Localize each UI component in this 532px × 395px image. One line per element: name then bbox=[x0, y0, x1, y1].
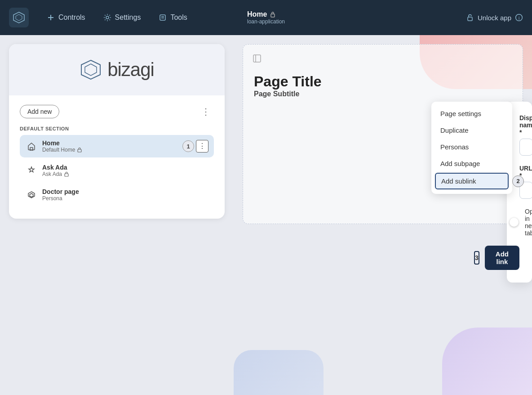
bizagi-logo-icon bbox=[80, 58, 102, 81]
nav-center: Home loan-application bbox=[247, 10, 285, 25]
svg-marker-13 bbox=[85, 64, 97, 76]
gear-icon bbox=[103, 13, 111, 22]
dropdown-add-subpage[interactable]: Add subpage bbox=[431, 155, 512, 172]
home-item-text: Home Default Home bbox=[42, 139, 182, 153]
logo-icon bbox=[13, 11, 25, 24]
info-icon: i bbox=[515, 13, 523, 22]
dropdown-menu: Page settings Duplicate Personas Add sub… bbox=[431, 102, 512, 194]
lock-icon bbox=[270, 11, 276, 18]
add-new-button[interactable]: Add new bbox=[20, 105, 59, 118]
section-label: DEFAULT SECTION bbox=[20, 126, 214, 131]
panel-card: bizagi Add new ⋮ DEFAULT SECTION Home bbox=[9, 44, 225, 219]
lock-ada-icon bbox=[64, 171, 69, 177]
plus-icon bbox=[47, 13, 55, 22]
svg-marker-1 bbox=[16, 14, 22, 21]
doctor-page-item-name: Doctor page bbox=[42, 188, 208, 195]
svg-point-4 bbox=[106, 16, 109, 19]
ask-ada-item-name: Ask Ada bbox=[42, 164, 208, 171]
nav-tools[interactable]: Tools bbox=[151, 10, 194, 25]
svg-rect-8 bbox=[271, 14, 275, 17]
page-title-area: Page Title Page Subtitle bbox=[254, 55, 512, 98]
dropdown-personas[interactable]: Personas bbox=[431, 139, 512, 155]
left-panel: bizagi Add new ⋮ DEFAULT SECTION Home bbox=[0, 35, 234, 395]
panel-logo-area: bizagi bbox=[9, 44, 225, 95]
bizagi-wordmark: bizagi bbox=[107, 59, 154, 81]
sidebar-item-home[interactable]: Home Default Home 1 ⋮ bbox=[20, 135, 214, 157]
ask-ada-item-text: Ask Ada Ask Ada bbox=[42, 164, 208, 177]
svg-rect-19 bbox=[253, 55, 261, 62]
svg-rect-5 bbox=[160, 15, 165, 20]
ask-ada-icon bbox=[25, 164, 38, 177]
sidebar-item-doctor-page[interactable]: Doctor page Persona bbox=[20, 184, 214, 206]
dropdown-add-sublink[interactable]: Add sublink 2 bbox=[435, 173, 509, 189]
svg-rect-14 bbox=[30, 148, 33, 151]
step-3-badge: 3 bbox=[474, 251, 479, 265]
tools-label: Tools bbox=[170, 13, 187, 22]
unlock-icon bbox=[466, 13, 474, 22]
bizagi-logo: bizagi bbox=[80, 58, 154, 81]
nav-controls[interactable]: Controls bbox=[40, 10, 93, 25]
doctor-page-item-sub: Persona bbox=[42, 195, 208, 202]
nav-center-title: Home bbox=[247, 10, 285, 18]
unlock-label: Unlock app bbox=[478, 14, 511, 22]
display-name-input[interactable] bbox=[519, 139, 532, 156]
doctor-page-item-text: Doctor page Persona bbox=[42, 188, 208, 202]
sidebar-item-ask-ada[interactable]: Ask Ada Ask Ada bbox=[20, 159, 214, 182]
dropdown-page-settings[interactable]: Page settings bbox=[431, 105, 512, 122]
step-1-badge: 1 bbox=[182, 140, 194, 152]
unlock-app-btn[interactable]: Unlock app i bbox=[466, 13, 523, 22]
top-nav: Controls Settings Tools Home loan-applic… bbox=[0, 0, 532, 35]
add-link-button[interactable]: Add link bbox=[485, 246, 519, 270]
svg-marker-0 bbox=[13, 12, 24, 23]
dropdown-duplicate[interactable]: Duplicate bbox=[431, 122, 512, 139]
step-2-badge: 2 bbox=[512, 175, 524, 187]
more-options-icon[interactable]: ⋮ bbox=[198, 104, 214, 119]
tools-icon bbox=[159, 13, 167, 22]
svg-rect-9 bbox=[468, 17, 472, 21]
kebab-menu-button[interactable]: ⋮ bbox=[196, 140, 208, 153]
home-item-name: Home bbox=[42, 139, 182, 147]
controls-label: Controls bbox=[58, 13, 85, 22]
panel-content: Add new ⋮ DEFAULT SECTION Home Default H… bbox=[9, 95, 225, 219]
ask-ada-item-sub: Ask Ada bbox=[42, 171, 208, 177]
svg-rect-15 bbox=[78, 149, 81, 152]
right-content: Page Title Page Subtitle Page settings D… bbox=[234, 35, 532, 395]
home-icon bbox=[25, 140, 38, 153]
svg-marker-12 bbox=[81, 60, 100, 79]
home-item-sub: Default Home bbox=[42, 147, 182, 153]
svg-rect-16 bbox=[65, 174, 68, 176]
page-subtitle: Page Subtitle bbox=[254, 90, 512, 98]
doctor-page-icon bbox=[25, 189, 38, 201]
nav-center-sub: loan-application bbox=[247, 18, 285, 25]
nav-settings[interactable]: Settings bbox=[96, 10, 148, 25]
svg-marker-18 bbox=[30, 193, 33, 197]
svg-text:i: i bbox=[519, 16, 519, 21]
collapse-button[interactable] bbox=[250, 52, 264, 65]
lock-small-icon bbox=[77, 147, 82, 153]
app-logo bbox=[9, 8, 29, 27]
settings-label: Settings bbox=[115, 13, 141, 22]
open-new-tab-label: Open in new tab bbox=[525, 208, 532, 237]
page-title: Page Title bbox=[254, 73, 512, 90]
add-new-row: Add new ⋮ bbox=[20, 104, 214, 119]
main-area: bizagi Add new ⋮ DEFAULT SECTION Home bbox=[0, 35, 532, 395]
toggle-knob bbox=[510, 218, 519, 227]
